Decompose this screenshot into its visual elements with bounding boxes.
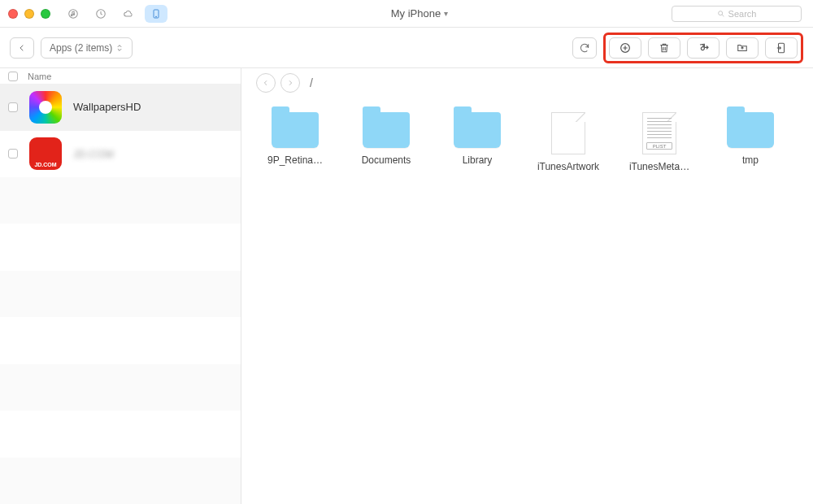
app-icon-jd: JD.COM — [29, 137, 62, 170]
folder-icon — [272, 112, 319, 148]
main-columns: Name WallpapersHD JD.COM JD.COM / — [0, 68, 813, 504]
empty-row — [0, 411, 241, 457]
app-row-wallpapershd[interactable]: WallpapersHD — [0, 84, 241, 130]
item-label: Documents — [362, 154, 411, 166]
file-grid: 9P_Retina… Documents Library iTunesArtwo… — [241, 98, 813, 187]
search-input[interactable]: Search — [672, 6, 802, 22]
item-label: iTunesMeta… — [629, 161, 689, 172]
name-column-header: Name — [28, 72, 51, 81]
grid-item[interactable]: iTunesArtwork — [523, 112, 614, 172]
cloud-source-icon[interactable] — [117, 5, 140, 23]
empty-row — [0, 364, 241, 411]
svg-point-1 — [71, 14, 72, 15]
folder-icon — [454, 112, 501, 148]
nav-forward-button[interactable] — [280, 73, 300, 93]
grid-item[interactable]: 9P_Retina… — [250, 112, 341, 172]
toolbar: Apps (2 items) — [0, 28, 813, 68]
empty-row — [0, 177, 241, 224]
plist-file-icon: PLIST — [642, 112, 676, 154]
backup-source-icon[interactable] — [89, 5, 112, 23]
chevron-down-icon: ▾ — [444, 9, 448, 18]
source-tabs — [62, 5, 167, 23]
device-source-icon[interactable] — [145, 5, 167, 23]
item-label: 9P_Retina… — [267, 154, 323, 166]
window-controls — [8, 9, 50, 19]
music-source-icon[interactable] — [62, 5, 85, 23]
action-buttons-highlight — [603, 33, 803, 63]
category-dropdown[interactable]: Apps (2 items) — [41, 37, 133, 59]
titlebar: My iPhone ▾ Search — [0, 0, 813, 28]
app-name-label: JD.COM — [73, 148, 114, 160]
row-checkbox[interactable] — [8, 102, 18, 112]
grid-item[interactable]: PLIST iTunesMeta… — [614, 112, 705, 172]
folder-icon — [727, 112, 774, 148]
zoom-window[interactable] — [41, 9, 50, 19]
folder-icon — [363, 112, 410, 148]
grid-item[interactable]: tmp — [705, 112, 796, 172]
content-pane: / 9P_Retina… Documents Library iTunesArt… — [241, 68, 813, 504]
device-title-label: My iPhone — [391, 7, 441, 20]
breadcrumb-path: / — [310, 76, 313, 89]
nav-back-button[interactable] — [256, 73, 276, 93]
device-title[interactable]: My iPhone ▾ — [167, 7, 672, 20]
close-window[interactable] — [8, 9, 18, 19]
to-device-button[interactable] — [765, 37, 798, 59]
file-icon — [551, 112, 585, 154]
search-placeholder: Search — [728, 9, 757, 19]
svg-point-2 — [73, 13, 75, 15]
grid-item[interactable]: Documents — [341, 112, 432, 172]
item-label: iTunesArtwork — [537, 161, 599, 172]
svg-point-6 — [718, 11, 722, 15]
app-name-label: WallpapersHD — [73, 101, 141, 113]
add-button[interactable] — [609, 37, 641, 59]
empty-row — [0, 224, 241, 270]
empty-row — [0, 458, 241, 504]
app-icon-wallpapershd — [29, 91, 62, 124]
app-row-jd[interactable]: JD.COM JD.COM — [0, 131, 241, 177]
to-itunes-button[interactable] — [687, 37, 720, 59]
empty-row — [0, 317, 241, 363]
select-all-checkbox[interactable] — [8, 72, 18, 81]
delete-button[interactable] — [648, 37, 680, 59]
grid-item[interactable]: Library — [432, 112, 523, 172]
svg-point-5 — [156, 16, 157, 17]
row-checkbox[interactable] — [8, 149, 18, 159]
plist-tag: PLIST — [646, 142, 672, 150]
to-folder-button[interactable] — [726, 37, 759, 59]
minimize-window[interactable] — [24, 9, 34, 19]
item-label: tmp — [742, 154, 759, 166]
refresh-button[interactable] — [572, 37, 597, 59]
sidebar: Name WallpapersHD JD.COM JD.COM — [0, 68, 241, 504]
item-label: Library — [463, 154, 493, 166]
empty-row — [0, 271, 241, 317]
list-header: Name — [0, 68, 241, 84]
category-label: Apps (2 items) — [50, 42, 112, 54]
back-button[interactable] — [10, 37, 34, 59]
breadcrumb: / — [241, 68, 813, 98]
